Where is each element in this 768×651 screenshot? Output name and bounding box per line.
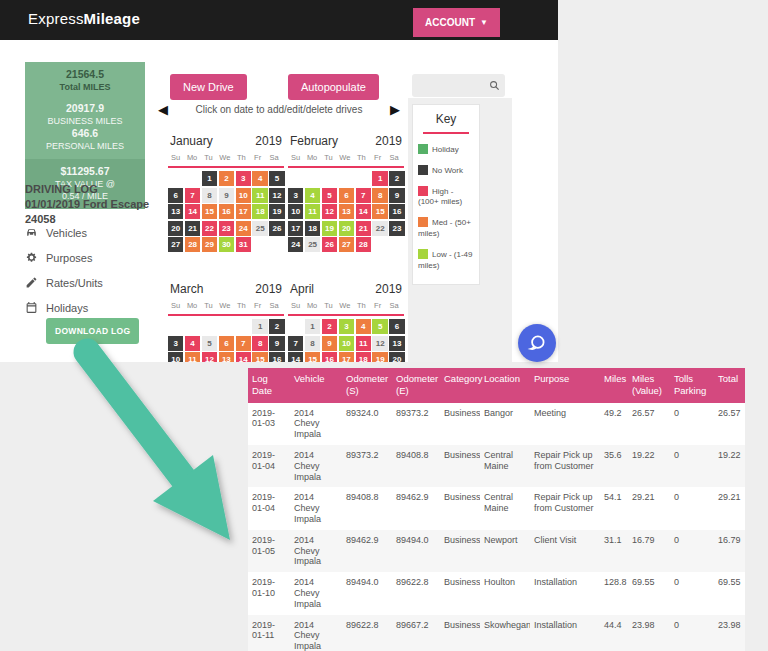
calendar-day-february-23[interactable]: 23 — [389, 221, 404, 236]
calendar-day-april-16[interactable]: 16 — [322, 352, 337, 362]
calendar-day-april-2[interactable]: 2 — [322, 319, 337, 334]
next-month-arrow[interactable]: ▶ — [390, 102, 400, 117]
calendar-day-february-2[interactable]: 2 — [389, 171, 404, 186]
calendar-day-march-11[interactable]: 11 — [185, 352, 200, 362]
calendar-day-february-28[interactable]: 28 — [356, 237, 371, 252]
chat-widget-button[interactable] — [518, 324, 556, 362]
calendar-day-april-7[interactable]: 7 — [288, 336, 303, 351]
calendar-day-april-17[interactable]: 17 — [339, 352, 354, 362]
calendar-day-april-4[interactable]: 4 — [356, 319, 371, 334]
sidebar-item-rates-units[interactable]: Rates/Units — [25, 270, 103, 295]
calendar-day-january-13[interactable]: 13 — [168, 204, 183, 219]
calendar-day-january-12[interactable]: 12 — [269, 188, 284, 203]
calendar-day-january-3[interactable]: 3 — [236, 171, 251, 186]
calendar-day-april-11[interactable]: 11 — [356, 336, 371, 351]
calendar-day-march-8[interactable]: 8 — [252, 336, 267, 351]
new-drive-button[interactable]: New Drive — [170, 74, 247, 100]
calendar-day-january-16[interactable]: 16 — [219, 204, 234, 219]
calendar-day-february-6[interactable]: 6 — [339, 188, 354, 203]
calendar-day-february-17[interactable]: 17 — [288, 221, 303, 236]
calendar-day-march-3[interactable]: 3 — [168, 336, 183, 351]
calendar-day-january-25[interactable]: 25 — [252, 221, 267, 236]
calendar-day-january-14[interactable]: 14 — [185, 204, 200, 219]
calendar-day-april-6[interactable]: 6 — [389, 319, 404, 334]
account-button[interactable]: ACCOUNT ▼ — [413, 8, 500, 37]
calendar-day-february-4[interactable]: 4 — [305, 188, 320, 203]
calendar-day-january-10[interactable]: 10 — [236, 188, 251, 203]
calendar-day-february-3[interactable]: 3 — [288, 188, 303, 203]
calendar-day-march-14[interactable]: 14 — [236, 352, 251, 362]
calendar-day-april-10[interactable]: 10 — [339, 336, 354, 351]
calendar-day-february-10[interactable]: 10 — [288, 204, 303, 219]
calendar-day-february-19[interactable]: 19 — [322, 221, 337, 236]
calendar-day-february-27[interactable]: 27 — [339, 237, 354, 252]
sidebar-item-vehicles[interactable]: Vehicles — [25, 220, 103, 245]
calendar-day-april-18[interactable]: 18 — [356, 352, 371, 362]
calendar-day-april-14[interactable]: 14 — [288, 352, 303, 362]
calendar-day-march-7[interactable]: 7 — [236, 336, 251, 351]
calendar-day-january-15[interactable]: 15 — [202, 204, 217, 219]
calendar-day-january-8[interactable]: 8 — [202, 188, 217, 203]
calendar-day-march-12[interactable]: 12 — [202, 352, 217, 362]
calendar-day-february-5[interactable]: 5 — [322, 188, 337, 203]
calendar-day-january-26[interactable]: 26 — [269, 221, 284, 236]
calendar-day-april-5[interactable]: 5 — [372, 319, 387, 334]
calendar-day-february-8[interactable]: 8 — [372, 188, 387, 203]
calendar-day-february-16[interactable]: 16 — [389, 204, 404, 219]
prev-month-arrow[interactable]: ◀ — [158, 102, 168, 117]
calendar-day-january-4[interactable]: 4 — [252, 171, 267, 186]
calendar-day-january-7[interactable]: 7 — [185, 188, 200, 203]
download-log-button[interactable]: DOWNLOAD LOG — [46, 318, 139, 344]
calendar-day-march-9[interactable]: 9 — [269, 336, 284, 351]
calendar-day-january-24[interactable]: 24 — [236, 221, 251, 236]
calendar-day-april-8[interactable]: 8 — [305, 336, 320, 351]
calendar-day-february-18[interactable]: 18 — [305, 221, 320, 236]
calendar-day-january-31[interactable]: 31 — [236, 237, 251, 252]
calendar-day-february-13[interactable]: 13 — [339, 204, 354, 219]
calendar-day-february-20[interactable]: 20 — [339, 221, 354, 236]
calendar-day-january-17[interactable]: 17 — [236, 204, 251, 219]
calendar-day-january-19[interactable]: 19 — [269, 204, 284, 219]
calendar-day-february-21[interactable]: 21 — [356, 221, 371, 236]
autopopulate-button[interactable]: Autopopulate — [288, 74, 379, 100]
calendar-day-january-6[interactable]: 6 — [168, 188, 183, 203]
calendar-day-february-1[interactable]: 1 — [372, 171, 387, 186]
calendar-day-april-12[interactable]: 12 — [372, 336, 387, 351]
calendar-day-march-4[interactable]: 4 — [185, 336, 200, 351]
calendar-day-january-28[interactable]: 28 — [185, 237, 200, 252]
calendar-day-april-15[interactable]: 15 — [305, 352, 320, 362]
calendar-day-january-18[interactable]: 18 — [252, 204, 267, 219]
sidebar-item-purposes[interactable]: Purposes — [25, 245, 103, 270]
calendar-day-january-5[interactable]: 5 — [269, 171, 284, 186]
calendar-day-february-25[interactable]: 25 — [305, 237, 320, 252]
calendar-day-april-19[interactable]: 19 — [372, 352, 387, 362]
calendar-day-january-9[interactable]: 9 — [219, 188, 234, 203]
calendar-day-february-22[interactable]: 22 — [372, 221, 387, 236]
calendar-day-april-1[interactable]: 1 — [305, 319, 320, 334]
calendar-day-february-9[interactable]: 9 — [389, 188, 404, 203]
calendar-day-january-22[interactable]: 22 — [202, 221, 217, 236]
calendar-day-february-14[interactable]: 14 — [356, 204, 371, 219]
calendar-day-january-27[interactable]: 27 — [168, 237, 183, 252]
calendar-day-march-13[interactable]: 13 — [219, 352, 234, 362]
calendar-day-april-20[interactable]: 20 — [389, 352, 404, 362]
calendar-day-january-30[interactable]: 30 — [219, 237, 234, 252]
calendar-day-april-13[interactable]: 13 — [389, 336, 404, 351]
calendar-day-january-23[interactable]: 23 — [219, 221, 234, 236]
calendar-day-february-7[interactable]: 7 — [356, 188, 371, 203]
calendar-day-january-1[interactable]: 1 — [202, 171, 217, 186]
calendar-day-march-16[interactable]: 16 — [269, 352, 284, 362]
calendar-day-january-20[interactable]: 20 — [168, 221, 183, 236]
calendar-day-april-9[interactable]: 9 — [322, 336, 337, 351]
calendar-day-february-26[interactable]: 26 — [322, 237, 337, 252]
calendar-day-february-12[interactable]: 12 — [322, 204, 337, 219]
calendar-day-february-11[interactable]: 11 — [305, 204, 320, 219]
calendar-day-february-15[interactable]: 15 — [372, 204, 387, 219]
calendar-day-january-21[interactable]: 21 — [185, 221, 200, 236]
calendar-day-march-5[interactable]: 5 — [202, 336, 217, 351]
calendar-day-april-3[interactable]: 3 — [339, 319, 354, 334]
calendar-day-march-6[interactable]: 6 — [219, 336, 234, 351]
calendar-day-march-10[interactable]: 10 — [168, 352, 183, 362]
calendar-day-january-11[interactable]: 11 — [252, 188, 267, 203]
calendar-day-march-2[interactable]: 2 — [269, 319, 284, 334]
